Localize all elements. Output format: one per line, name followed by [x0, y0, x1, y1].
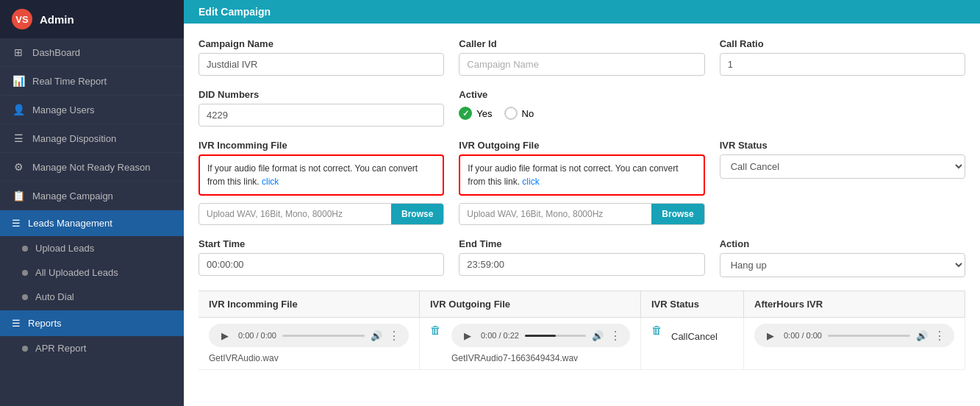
incoming-audio-player: ▶ 0:00 / 0:00 🔊 ⋮: [209, 324, 409, 347]
afterhours-audio-cell: ▶ 0:00 / 0:00 🔊 ⋮: [744, 318, 965, 369]
sidebar-item-label: Reports: [28, 318, 62, 329]
leads-icon: ☰: [12, 218, 21, 229]
browse-button-outgoing[interactable]: Browse: [651, 204, 704, 224]
ivr-status-label: IVR Status: [720, 140, 965, 151]
browse-button-incoming[interactable]: Browse: [391, 204, 443, 224]
ivr-outgoing-label: IVR Outgoing File: [459, 140, 704, 151]
afterhours-audio-bar[interactable]: [828, 335, 910, 337]
page-header: Edit Campaign: [184, 0, 980, 24]
caller-id-input[interactable]: [459, 53, 704, 76]
sidebar-header: VS Admin: [0, 0, 184, 38]
end-time-group: End Time: [459, 238, 704, 276]
ivr-warning-text2: If your audio file format is not correct…: [468, 163, 678, 187]
col-ivr-incoming: IVR Incomming File: [198, 291, 420, 317]
sidebar-item-dashboard[interactable]: ⊞ DashBoard: [0, 38, 184, 67]
start-time-group: Start Time: [198, 238, 444, 276]
ivr-outgoing-warning: If your audio file format is not correct…: [459, 154, 704, 196]
dot-icon: [22, 270, 28, 276]
start-time-label: Start Time: [198, 238, 444, 249]
no-label: No: [522, 108, 534, 119]
form-body: Campaign Name Caller Id Call Ratio DID N…: [184, 24, 980, 385]
active-group: Active Yes No: [459, 89, 704, 123]
sidebar: VS Admin ⊞ DashBoard 📊 Real Time Report …: [0, 0, 184, 406]
ivr-incoming-browse-row: Upload WAV, 16Bit, Mono, 8000Hz Browse: [198, 203, 444, 225]
sidebar-item-all-uploaded-leads[interactable]: All Uploaded Leads: [0, 260, 184, 285]
play-button-outgoing[interactable]: ▶: [460, 328, 475, 343]
more-icon-afterhours[interactable]: ⋮: [934, 329, 945, 343]
campaign-name-input[interactable]: [198, 53, 444, 76]
radio-no[interactable]: No: [504, 107, 534, 120]
ivr-status-select[interactable]: Call Cancel: [720, 154, 965, 179]
outgoing-audio-bar[interactable]: [525, 335, 586, 337]
caller-id-label: Caller Id: [459, 38, 704, 49]
sidebar-item-manage-disposition[interactable]: ☰ Manage Disposition: [0, 124, 184, 153]
disposition-icon: ☰: [12, 132, 25, 144]
ivr-warning-link[interactable]: click: [262, 177, 279, 187]
sidebar-item-manage-campaign[interactable]: 📋 Manage Campaign: [0, 182, 184, 210]
yes-label: Yes: [476, 108, 492, 119]
form-row-1: Campaign Name Caller Id Call Ratio: [198, 38, 965, 76]
sidebar-item-label: Real Time Report: [32, 76, 107, 87]
start-time-input[interactable]: [198, 253, 444, 276]
sidebar-item-manage-not-ready[interactable]: ⚙ Manage Not Ready Reason: [0, 153, 184, 182]
call-ratio-group: Call Ratio: [720, 38, 965, 76]
table-section: IVR Incomming File IVR Outgoing File IVR…: [198, 291, 965, 370]
dot-icon: [22, 246, 28, 252]
ivr-incoming-label: IVR Incomming File: [198, 140, 444, 151]
sidebar-item-upload-leads[interactable]: Upload Leads: [0, 236, 184, 260]
sidebar-item-manage-users[interactable]: 👤 Manage Users: [0, 96, 184, 124]
sidebar-item-realtime[interactable]: 📊 Real Time Report: [0, 67, 184, 96]
more-icon-outgoing[interactable]: ⋮: [609, 329, 621, 343]
browse-label2: Upload WAV, 16Bit, Mono, 8000Hz: [459, 204, 651, 224]
col-afterhours: AfterHours IVR: [744, 291, 965, 317]
sidebar-item-auto-dial[interactable]: Auto Dial: [0, 285, 184, 309]
did-numbers-label: DID Numbers: [198, 89, 444, 100]
delete-icon-outgoing[interactable]: 🗑: [430, 324, 441, 336]
ivr-status-value: CallCancel: [671, 324, 718, 349]
more-icon-incoming[interactable]: ⋮: [388, 329, 400, 343]
table-header: IVR Incomming File IVR Outgoing File IVR…: [198, 291, 965, 318]
gear-icon: ⚙: [12, 161, 25, 173]
ivr-status-group: IVR Status Call Cancel: [720, 140, 965, 179]
sidebar-logo: VS: [12, 9, 32, 29]
dot-icon: [22, 294, 28, 300]
col-ivr-outgoing: IVR Outgoing File: [420, 291, 641, 317]
play-button-afterhours[interactable]: ▶: [763, 328, 778, 343]
sidebar-item-leads-management[interactable]: ☰ Leads Management: [0, 210, 184, 236]
sidebar-item-label: All Uploaded Leads: [35, 267, 118, 278]
campaign-icon: 📋: [12, 190, 25, 202]
incoming-audio-bar[interactable]: [282, 335, 365, 337]
radio-checked-icon: [459, 107, 472, 120]
delete-icon-status[interactable]: 🗑: [651, 324, 662, 336]
afterhours-time: 0:00 / 0:00: [784, 331, 822, 340]
action-select[interactable]: Hang up: [720, 253, 965, 277]
campaign-name-group: Campaign Name: [198, 38, 444, 76]
caller-id-group: Caller Id: [459, 38, 704, 76]
volume-icon-incoming[interactable]: 🔊: [371, 330, 382, 341]
table-row: ▶ 0:00 / 0:00 🔊 ⋮ GetIVRAudio.wav 🗑 ▶ 0: [198, 318, 965, 370]
sidebar-item-reports[interactable]: ☰ Reports: [0, 310, 184, 336]
play-button-incoming[interactable]: ▶: [218, 328, 232, 343]
ivr-warning-text: If your audio file format is not correct…: [207, 163, 418, 187]
call-ratio-label: Call Ratio: [720, 38, 965, 49]
ivr-warning-link2[interactable]: click: [522, 177, 539, 187]
sidebar-item-apr-report[interactable]: APR Report: [0, 336, 184, 360]
page-title: Edit Campaign: [198, 6, 271, 18]
radio-yes[interactable]: Yes: [459, 107, 492, 120]
sidebar-item-label: Auto Dial: [35, 291, 74, 302]
end-time-label: End Time: [459, 238, 704, 249]
sidebar-item-label: DashBoard: [32, 47, 80, 58]
volume-icon-afterhours[interactable]: 🔊: [916, 330, 928, 341]
form-row-2: DID Numbers Active Yes No: [198, 89, 965, 127]
did-numbers-input[interactable]: [198, 104, 444, 127]
ivr-incoming-group: IVR Incomming File If your audio file fo…: [198, 140, 444, 225]
ivr-status-cell: 🗑 CallCancel: [641, 318, 744, 369]
active-label: Active: [459, 89, 704, 100]
end-time-input[interactable]: [459, 253, 704, 276]
action-label: Action: [720, 238, 965, 249]
incoming-time: 0:00 / 0:00: [238, 331, 276, 340]
volume-icon-outgoing[interactable]: 🔊: [592, 330, 604, 341]
call-ratio-input[interactable]: [720, 53, 965, 76]
outgoing-audio-cell: 🗑 ▶ 0:00 / 0:22 🔊 ⋮ GetIVRAudio7-1663649…: [420, 318, 641, 369]
incoming-filename: GetIVRAudio.wav: [209, 353, 409, 363]
